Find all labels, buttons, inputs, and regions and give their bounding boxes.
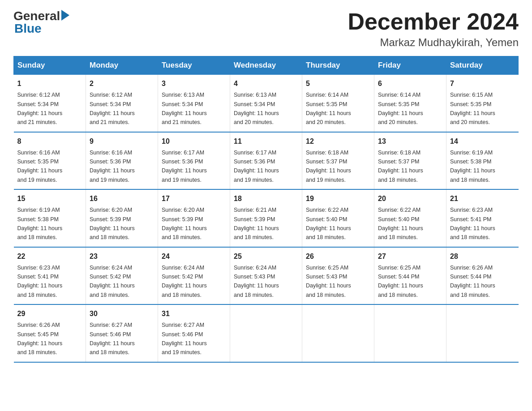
calendar-cell: 7 Sunrise: 6:15 AMSunset: 5:35 PMDayligh… (446, 75, 519, 132)
calendar-cell: 13 Sunrise: 6:18 AMSunset: 5:37 PMDaylig… (374, 132, 446, 190)
calendar-week-row: 29 Sunrise: 6:26 AMSunset: 5:45 PMDaylig… (14, 304, 519, 362)
calendar-cell: 21 Sunrise: 6:23 AMSunset: 5:41 PMDaylig… (446, 189, 519, 247)
header-friday: Friday (374, 56, 446, 75)
day-number: 28 (450, 251, 515, 262)
day-number: 3 (162, 78, 226, 89)
day-info: Sunrise: 6:24 AMSunset: 5:42 PMDaylight:… (162, 265, 207, 298)
logo-triangle-icon (61, 10, 69, 21)
calendar-cell: 12 Sunrise: 6:18 AMSunset: 5:37 PMDaylig… (302, 132, 374, 190)
calendar-week-row: 15 Sunrise: 6:19 AMSunset: 5:38 PMDaylig… (14, 189, 519, 247)
calendar-cell: 1 Sunrise: 6:12 AMSunset: 5:34 PMDayligh… (14, 75, 86, 132)
header-monday: Monday (86, 56, 158, 75)
calendar-cell: 28 Sunrise: 6:26 AMSunset: 5:44 PMDaylig… (446, 247, 519, 305)
title-block: December 2024 Markaz Mudhaykirah, Yemen (348, 9, 519, 49)
logo: General Blue (13, 9, 69, 36)
calendar-table: SundayMondayTuesdayWednesdayThursdayFrid… (13, 56, 519, 363)
day-info: Sunrise: 6:22 AMSunset: 5:40 PMDaylight:… (306, 207, 351, 240)
calendar-cell: 14 Sunrise: 6:19 AMSunset: 5:38 PMDaylig… (446, 132, 519, 190)
calendar-cell: 23 Sunrise: 6:24 AMSunset: 5:42 PMDaylig… (86, 247, 158, 305)
day-info: Sunrise: 6:23 AMSunset: 5:41 PMDaylight:… (17, 265, 63, 298)
day-info: Sunrise: 6:20 AMSunset: 5:39 PMDaylight:… (90, 207, 135, 240)
day-info: Sunrise: 6:12 AMSunset: 5:34 PMDaylight:… (17, 92, 63, 125)
header-sunday: Sunday (14, 56, 86, 75)
calendar-cell (374, 304, 446, 362)
calendar-cell: 4 Sunrise: 6:13 AMSunset: 5:34 PMDayligh… (230, 75, 302, 132)
calendar-cell: 3 Sunrise: 6:13 AMSunset: 5:34 PMDayligh… (158, 75, 230, 132)
day-number: 24 (162, 251, 226, 262)
day-number: 29 (17, 308, 82, 319)
day-info: Sunrise: 6:16 AMSunset: 5:35 PMDaylight:… (17, 150, 63, 183)
day-number: 1 (17, 78, 82, 89)
calendar-cell: 27 Sunrise: 6:25 AMSunset: 5:44 PMDaylig… (374, 247, 446, 305)
day-number: 14 (450, 136, 515, 147)
day-info: Sunrise: 6:16 AMSunset: 5:36 PMDaylight:… (90, 150, 135, 183)
day-info: Sunrise: 6:14 AMSunset: 5:35 PMDaylight:… (306, 92, 351, 125)
day-info: Sunrise: 6:17 AMSunset: 5:36 PMDaylight:… (234, 150, 279, 183)
day-number: 7 (450, 78, 515, 89)
calendar-cell: 11 Sunrise: 6:17 AMSunset: 5:36 PMDaylig… (230, 132, 302, 190)
day-info: Sunrise: 6:27 AMSunset: 5:46 PMDaylight:… (162, 322, 207, 355)
day-info: Sunrise: 6:13 AMSunset: 5:34 PMDaylight:… (234, 92, 279, 125)
calendar-header-row: SundayMondayTuesdayWednesdayThursdayFrid… (14, 56, 519, 75)
calendar-title: December 2024 (348, 9, 519, 34)
header-thursday: Thursday (302, 56, 374, 75)
day-info: Sunrise: 6:19 AMSunset: 5:38 PMDaylight:… (17, 207, 63, 240)
day-number: 6 (378, 78, 442, 89)
day-number: 30 (90, 308, 154, 319)
header-wednesday: Wednesday (230, 56, 302, 75)
day-info: Sunrise: 6:18 AMSunset: 5:37 PMDaylight:… (378, 150, 423, 183)
calendar-cell: 29 Sunrise: 6:26 AMSunset: 5:45 PMDaylig… (14, 304, 86, 362)
day-number: 8 (17, 136, 82, 147)
day-number: 10 (162, 136, 226, 147)
calendar-cell (230, 304, 302, 362)
calendar-cell: 16 Sunrise: 6:20 AMSunset: 5:39 PMDaylig… (86, 189, 158, 247)
calendar-cell: 9 Sunrise: 6:16 AMSunset: 5:36 PMDayligh… (86, 132, 158, 190)
day-info: Sunrise: 6:20 AMSunset: 5:39 PMDaylight:… (162, 207, 207, 240)
calendar-cell: 18 Sunrise: 6:21 AMSunset: 5:39 PMDaylig… (230, 189, 302, 247)
calendar-cell: 31 Sunrise: 6:27 AMSunset: 5:46 PMDaylig… (158, 304, 230, 362)
day-info: Sunrise: 6:19 AMSunset: 5:38 PMDaylight:… (450, 150, 495, 183)
calendar-cell: 8 Sunrise: 6:16 AMSunset: 5:35 PMDayligh… (14, 132, 86, 190)
day-number: 11 (234, 136, 298, 147)
header-tuesday: Tuesday (158, 56, 230, 75)
calendar-week-row: 8 Sunrise: 6:16 AMSunset: 5:35 PMDayligh… (14, 132, 519, 190)
calendar-cell (302, 304, 374, 362)
day-number: 19 (306, 193, 370, 204)
day-info: Sunrise: 6:24 AMSunset: 5:43 PMDaylight:… (234, 265, 279, 298)
day-number: 25 (234, 251, 298, 262)
calendar-cell: 25 Sunrise: 6:24 AMSunset: 5:43 PMDaylig… (230, 247, 302, 305)
day-number: 20 (378, 193, 442, 204)
day-number: 18 (234, 193, 298, 204)
day-info: Sunrise: 6:17 AMSunset: 5:36 PMDaylight:… (162, 150, 207, 183)
day-info: Sunrise: 6:24 AMSunset: 5:42 PMDaylight:… (90, 265, 135, 298)
calendar-cell: 17 Sunrise: 6:20 AMSunset: 5:39 PMDaylig… (158, 189, 230, 247)
day-number: 4 (234, 78, 298, 89)
calendar-cell: 26 Sunrise: 6:25 AMSunset: 5:43 PMDaylig… (302, 247, 374, 305)
day-number: 17 (162, 193, 226, 204)
day-number: 23 (90, 251, 154, 262)
logo-blue-text: Blue (14, 21, 42, 36)
calendar-cell: 2 Sunrise: 6:12 AMSunset: 5:34 PMDayligh… (86, 75, 158, 132)
day-info: Sunrise: 6:25 AMSunset: 5:44 PMDaylight:… (378, 265, 423, 298)
calendar-week-row: 22 Sunrise: 6:23 AMSunset: 5:41 PMDaylig… (14, 247, 519, 305)
calendar-cell: 22 Sunrise: 6:23 AMSunset: 5:41 PMDaylig… (14, 247, 86, 305)
day-number: 21 (450, 193, 515, 204)
day-number: 12 (306, 136, 370, 147)
calendar-cell: 5 Sunrise: 6:14 AMSunset: 5:35 PMDayligh… (302, 75, 374, 132)
day-info: Sunrise: 6:14 AMSunset: 5:35 PMDaylight:… (378, 92, 423, 125)
calendar-cell (446, 304, 519, 362)
day-info: Sunrise: 6:12 AMSunset: 5:34 PMDaylight:… (90, 92, 135, 125)
calendar-cell: 20 Sunrise: 6:22 AMSunset: 5:40 PMDaylig… (374, 189, 446, 247)
day-info: Sunrise: 6:18 AMSunset: 5:37 PMDaylight:… (306, 150, 351, 183)
day-number: 5 (306, 78, 370, 89)
day-number: 27 (378, 251, 442, 262)
calendar-subtitle: Markaz Mudhaykirah, Yemen (348, 36, 519, 49)
day-info: Sunrise: 6:23 AMSunset: 5:41 PMDaylight:… (450, 207, 495, 240)
day-info: Sunrise: 6:26 AMSunset: 5:45 PMDaylight:… (17, 322, 63, 355)
header-saturday: Saturday (446, 56, 519, 75)
calendar-cell: 15 Sunrise: 6:19 AMSunset: 5:38 PMDaylig… (14, 189, 86, 247)
day-info: Sunrise: 6:15 AMSunset: 5:35 PMDaylight:… (450, 92, 495, 125)
day-info: Sunrise: 6:21 AMSunset: 5:39 PMDaylight:… (234, 207, 279, 240)
day-info: Sunrise: 6:25 AMSunset: 5:43 PMDaylight:… (306, 265, 351, 298)
calendar-cell: 19 Sunrise: 6:22 AMSunset: 5:40 PMDaylig… (302, 189, 374, 247)
